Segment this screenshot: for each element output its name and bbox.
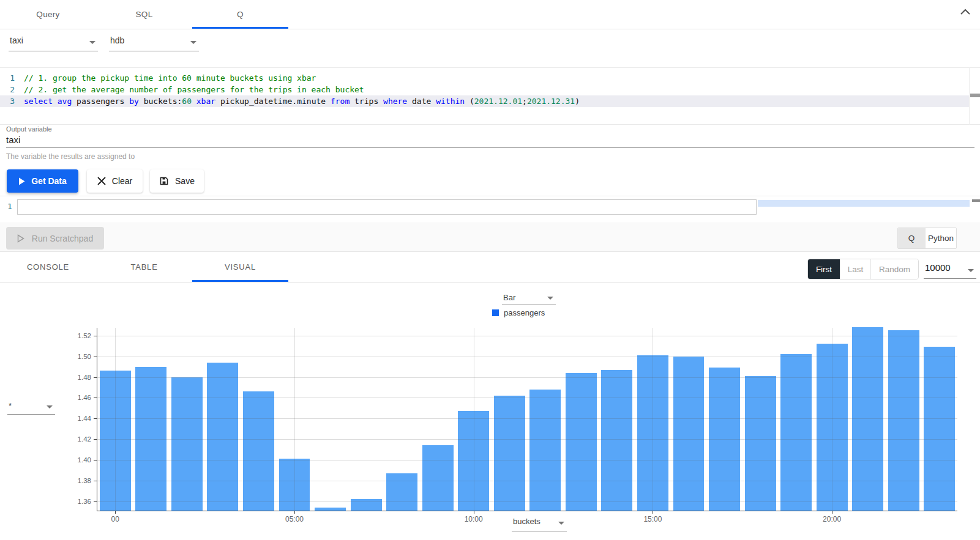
chevron-down-icon <box>89 41 95 44</box>
database-value: hdb <box>109 33 199 49</box>
chevron-down-icon <box>558 522 564 525</box>
x-axis-tick <box>294 511 295 514</box>
bar-19[interactable] <box>780 354 812 511</box>
legend-item-passengers[interactable]: passengers <box>492 308 545 317</box>
bar-slot <box>241 328 277 511</box>
bar-21[interactable] <box>852 327 883 511</box>
bar-chart-plot: 1.361.381.401.421.441.461.481.501.520005… <box>97 328 957 511</box>
bar-slot <box>420 328 456 511</box>
output-variable-label: Output variable <box>6 125 52 133</box>
collapse-panel-button[interactable] <box>959 7 974 21</box>
tab-q[interactable]: Q <box>192 0 288 29</box>
bar-20[interactable] <box>817 344 848 511</box>
bar-slot <box>348 328 384 511</box>
tab-sql[interactable]: SQL <box>96 0 192 29</box>
bar-11[interactable] <box>494 396 525 511</box>
bar-12[interactable] <box>529 390 561 511</box>
x-axis-label: 05:00 <box>285 515 304 523</box>
active-results-tab-indicator <box>192 280 288 282</box>
get-data-button[interactable]: Get Data <box>7 169 78 193</box>
y-axis-label: 1.48 <box>59 374 91 381</box>
bar-slot <box>778 328 814 511</box>
chart-type-select[interactable]: Bar <box>502 290 556 305</box>
bar-slot <box>384 328 420 511</box>
bar-slot <box>886 328 922 511</box>
bar-slot <box>563 328 599 511</box>
bar-slot <box>312 328 348 511</box>
results-tab-table[interactable]: TABLE <box>96 253 192 282</box>
select-underline <box>109 51 199 51</box>
bar-slot <box>455 328 492 511</box>
sampling-last-button[interactable]: Last <box>840 259 870 279</box>
bar-01[interactable] <box>135 367 166 511</box>
results-tab-visual[interactable]: VISUAL <box>192 253 288 282</box>
database-select[interactable]: hdb <box>109 33 199 51</box>
language-toggle-python[interactable]: Python <box>925 228 956 248</box>
select-underline <box>512 531 567 531</box>
x-axis-tick <box>115 511 116 514</box>
bar-slot <box>528 328 564 511</box>
bar-slot <box>922 328 958 511</box>
bar-05[interactable] <box>279 459 310 511</box>
chevron-down-icon <box>547 297 553 300</box>
bar-10[interactable] <box>458 411 489 511</box>
bar-02[interactable] <box>171 377 203 511</box>
bar-09[interactable] <box>422 445 454 511</box>
bar-06[interactable] <box>315 508 346 511</box>
bar-03[interactable] <box>207 363 238 511</box>
bar-00[interactable] <box>100 371 131 511</box>
q-code-editor[interactable]: 1// 1. group the pickup time into 60 min… <box>0 67 980 125</box>
clear-button[interactable]: Clear <box>87 169 143 193</box>
code-text: select avg passengers by buckets:60 xbar… <box>15 97 580 106</box>
run-scratchpad-button[interactable]: Run Scratchpad <box>6 227 104 250</box>
bar-18[interactable] <box>745 376 776 511</box>
row-limit-select[interactable]: 10000 <box>924 261 976 279</box>
bar-23[interactable] <box>924 347 955 511</box>
x-axis-label: 15:00 <box>643 515 662 523</box>
bar-07[interactable] <box>351 499 382 511</box>
bar-14[interactable] <box>601 370 632 511</box>
output-variable-input[interactable]: taxi <box>6 135 20 145</box>
y-axis-label: 1.52 <box>59 332 91 339</box>
x-axis-field-select[interactable]: buckets <box>512 514 567 531</box>
results-tab-console[interactable]: CONSOLE <box>0 253 96 282</box>
tab-query[interactable]: Query <box>0 0 96 29</box>
results-tabbar: FirstLastRandom CONSOLETABLEVISUAL <box>0 253 980 283</box>
y-axis-label: 1.42 <box>59 435 91 443</box>
sampling-first-button[interactable]: First <box>808 259 840 279</box>
bar-slot <box>742 328 779 511</box>
series-field-select[interactable]: * <box>7 399 55 415</box>
x-icon <box>97 177 106 185</box>
line-number: 1 <box>0 72 15 84</box>
bar-17[interactable] <box>709 368 740 511</box>
y-axis-label: 1.50 <box>59 353 91 360</box>
bar-slot <box>277 328 313 511</box>
scratchpad-line-highlight <box>758 200 970 207</box>
connection-select[interactable]: taxi <box>9 33 98 51</box>
bar-slot <box>706 328 742 511</box>
editor-scrollbar-track <box>969 67 970 125</box>
bar-22[interactable] <box>888 330 919 511</box>
line-number: 3 <box>0 95 15 107</box>
bar-series-passengers <box>97 328 957 511</box>
sampling-random-button[interactable]: Random <box>870 259 918 279</box>
y-axis-label: 1.44 <box>59 415 91 422</box>
bar-slot <box>133 328 170 511</box>
scratchpad-input[interactable] <box>17 199 757 215</box>
bar-16[interactable] <box>673 357 705 511</box>
scratchpad-scrollbar-thumb[interactable] <box>972 199 980 202</box>
bar-13[interactable] <box>566 373 597 511</box>
save-label: Save <box>175 176 195 186</box>
bar-04[interactable] <box>243 391 274 511</box>
save-button[interactable]: Save <box>150 169 204 193</box>
bar-15[interactable] <box>637 355 668 511</box>
language-toggle-q[interactable]: Q <box>898 228 925 248</box>
editor-scrollbar-thumb[interactable] <box>970 94 980 97</box>
select-underline <box>502 305 556 305</box>
run-scratchpad-label: Run Scratchpad <box>32 234 93 243</box>
active-tab-indicator <box>192 27 288 29</box>
bar-08[interactable] <box>386 473 417 511</box>
line-number: 2 <box>0 84 15 95</box>
y-axis-label: 1.36 <box>59 498 91 505</box>
output-variable-hint: The variable the results are assigned to <box>6 152 135 161</box>
